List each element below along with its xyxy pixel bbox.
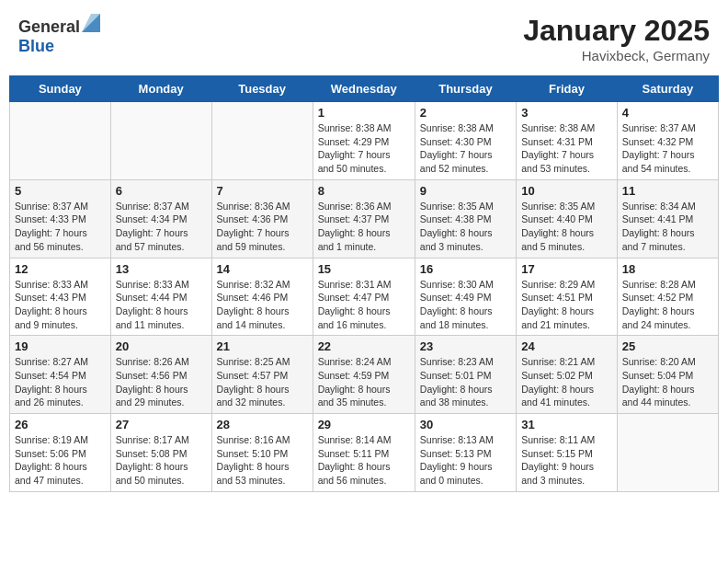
calendar-cell: 17Sunrise: 8:29 AM Sunset: 4:51 PM Dayli… [517, 258, 618, 336]
day-info: Sunrise: 8:24 AM Sunset: 4:59 PM Dayligh… [318, 355, 410, 409]
calendar-cell: 4Sunrise: 8:37 AM Sunset: 4:32 PM Daylig… [617, 102, 718, 180]
calendar-cell: 27Sunrise: 8:17 AM Sunset: 5:08 PM Dayli… [110, 414, 211, 492]
calendar-cell: 18Sunrise: 8:28 AM Sunset: 4:52 PM Dayli… [617, 258, 718, 336]
day-info: Sunrise: 8:25 AM Sunset: 4:57 PM Dayligh… [217, 355, 308, 409]
day-number: 22 [318, 339, 410, 353]
calendar-cell: 28Sunrise: 8:16 AM Sunset: 5:10 PM Dayli… [211, 414, 313, 492]
calendar-week-row: 12Sunrise: 8:33 AM Sunset: 4:43 PM Dayli… [10, 258, 719, 336]
calendar-header-row: SundayMondayTuesdayWednesdayThursdayFrid… [10, 76, 719, 102]
calendar-cell: 3Sunrise: 8:38 AM Sunset: 4:31 PM Daylig… [517, 102, 618, 180]
calendar-cell: 6Sunrise: 8:37 AM Sunset: 4:34 PM Daylig… [110, 179, 211, 258]
day-info: Sunrise: 8:37 AM Sunset: 4:33 PM Dayligh… [15, 200, 106, 254]
day-info: Sunrise: 8:37 AM Sunset: 4:32 PM Dayligh… [622, 121, 713, 176]
day-number: 23 [420, 339, 511, 353]
day-number: 7 [217, 184, 308, 198]
day-number: 9 [420, 184, 511, 198]
day-number: 29 [318, 418, 410, 431]
calendar-cell: 7Sunrise: 8:36 AM Sunset: 4:36 PM Daylig… [211, 179, 313, 258]
day-info: Sunrise: 8:23 AM Sunset: 5:01 PM Dayligh… [420, 355, 511, 409]
day-info: Sunrise: 8:26 AM Sunset: 4:56 PM Dayligh… [116, 355, 207, 409]
day-info: Sunrise: 8:34 AM Sunset: 4:41 PM Dayligh… [622, 200, 713, 254]
calendar-cell: 2Sunrise: 8:38 AM Sunset: 4:30 PM Daylig… [415, 102, 516, 180]
day-number: 12 [15, 262, 106, 276]
calendar-cell: 23Sunrise: 8:23 AM Sunset: 5:01 PM Dayli… [415, 336, 516, 414]
page-title: January 2025 [523, 14, 710, 48]
calendar-table: SundayMondayTuesdayWednesdayThursdayFrid… [9, 75, 719, 492]
day-number: 16 [420, 262, 511, 276]
logo-blue: Blue [18, 37, 54, 55]
day-number: 13 [116, 262, 207, 276]
day-info: Sunrise: 8:38 AM Sunset: 4:30 PM Dayligh… [420, 121, 511, 176]
calendar-cell: 16Sunrise: 8:30 AM Sunset: 4:49 PM Dayli… [415, 258, 516, 336]
day-info: Sunrise: 8:33 AM Sunset: 4:43 PM Dayligh… [15, 278, 106, 332]
day-info: Sunrise: 8:27 AM Sunset: 4:54 PM Dayligh… [15, 355, 106, 409]
day-number: 20 [116, 339, 207, 353]
day-number: 27 [116, 418, 207, 431]
day-info: Sunrise: 8:21 AM Sunset: 5:02 PM Dayligh… [521, 355, 612, 409]
logo-icon [82, 14, 100, 32]
day-of-week-header: Thursday [415, 76, 516, 102]
calendar-cell: 21Sunrise: 8:25 AM Sunset: 4:57 PM Dayli… [211, 336, 313, 414]
day-info: Sunrise: 8:11 AM Sunset: 5:15 PM Dayligh… [521, 433, 612, 488]
calendar-cell: 30Sunrise: 8:13 AM Sunset: 5:13 PM Dayli… [415, 414, 516, 492]
day-number: 21 [217, 339, 308, 353]
day-info: Sunrise: 8:29 AM Sunset: 4:51 PM Dayligh… [521, 278, 612, 332]
title-block: January 2025 Havixbeck, Germany [523, 14, 710, 63]
day-number: 10 [521, 184, 612, 198]
calendar-cell: 19Sunrise: 8:27 AM Sunset: 4:54 PM Dayli… [10, 336, 111, 414]
day-number: 17 [521, 262, 612, 276]
day-number: 15 [318, 262, 410, 276]
day-number: 2 [420, 106, 511, 120]
day-number: 25 [622, 339, 713, 353]
day-info: Sunrise: 8:31 AM Sunset: 4:47 PM Dayligh… [318, 278, 410, 332]
page-subtitle: Havixbeck, Germany [523, 48, 710, 63]
day-number: 26 [15, 418, 106, 431]
svg-marker-1 [82, 14, 100, 32]
day-of-week-header: Monday [110, 76, 211, 102]
day-info: Sunrise: 8:17 AM Sunset: 5:08 PM Dayligh… [116, 433, 207, 488]
calendar-cell: 10Sunrise: 8:35 AM Sunset: 4:40 PM Dayli… [517, 179, 618, 258]
calendar-cell: 9Sunrise: 8:35 AM Sunset: 4:38 PM Daylig… [415, 179, 516, 258]
calendar-cell: 8Sunrise: 8:36 AM Sunset: 4:37 PM Daylig… [313, 179, 415, 258]
day-info: Sunrise: 8:38 AM Sunset: 4:31 PM Dayligh… [521, 121, 612, 176]
day-number: 14 [217, 262, 308, 276]
day-number: 24 [521, 339, 612, 353]
calendar-body: 1Sunrise: 8:38 AM Sunset: 4:29 PM Daylig… [10, 102, 719, 492]
day-of-week-header: Tuesday [211, 76, 313, 102]
day-info: Sunrise: 8:32 AM Sunset: 4:46 PM Dayligh… [217, 278, 308, 332]
day-of-week-header: Friday [517, 76, 618, 102]
calendar-cell: 29Sunrise: 8:14 AM Sunset: 5:11 PM Dayli… [313, 414, 415, 492]
calendar-cell [617, 414, 718, 492]
day-info: Sunrise: 8:35 AM Sunset: 4:38 PM Dayligh… [420, 200, 511, 254]
day-info: Sunrise: 8:36 AM Sunset: 4:36 PM Dayligh… [217, 200, 308, 254]
day-number: 31 [521, 418, 612, 431]
logo: General Blue [18, 14, 100, 56]
day-info: Sunrise: 8:28 AM Sunset: 4:52 PM Dayligh… [622, 278, 713, 332]
calendar-week-row: 1Sunrise: 8:38 AM Sunset: 4:29 PM Daylig… [10, 102, 719, 180]
calendar-cell: 20Sunrise: 8:26 AM Sunset: 4:56 PM Dayli… [110, 336, 211, 414]
day-info: Sunrise: 8:36 AM Sunset: 4:37 PM Dayligh… [318, 200, 410, 254]
day-info: Sunrise: 8:19 AM Sunset: 5:06 PM Dayligh… [15, 433, 106, 488]
day-info: Sunrise: 8:33 AM Sunset: 4:44 PM Dayligh… [116, 278, 207, 332]
day-number: 19 [15, 339, 106, 353]
day-number: 5 [15, 184, 106, 198]
calendar-week-row: 26Sunrise: 8:19 AM Sunset: 5:06 PM Dayli… [10, 414, 719, 492]
calendar-cell [10, 102, 111, 180]
day-info: Sunrise: 8:37 AM Sunset: 4:34 PM Dayligh… [116, 200, 207, 254]
day-info: Sunrise: 8:20 AM Sunset: 5:04 PM Dayligh… [622, 355, 713, 409]
day-of-week-header: Saturday [617, 76, 718, 102]
day-info: Sunrise: 8:13 AM Sunset: 5:13 PM Dayligh… [420, 433, 511, 488]
day-of-week-header: Sunday [10, 76, 111, 102]
calendar-cell: 25Sunrise: 8:20 AM Sunset: 5:04 PM Dayli… [617, 336, 718, 414]
day-info: Sunrise: 8:35 AM Sunset: 4:40 PM Dayligh… [521, 200, 612, 254]
day-number: 8 [318, 184, 410, 198]
day-of-week-header: Wednesday [313, 76, 415, 102]
calendar-cell: 15Sunrise: 8:31 AM Sunset: 4:47 PM Dayli… [313, 258, 415, 336]
day-info: Sunrise: 8:14 AM Sunset: 5:11 PM Dayligh… [318, 433, 410, 488]
calendar-cell: 26Sunrise: 8:19 AM Sunset: 5:06 PM Dayli… [10, 414, 111, 492]
calendar-cell: 31Sunrise: 8:11 AM Sunset: 5:15 PM Dayli… [517, 414, 618, 492]
calendar-cell: 5Sunrise: 8:37 AM Sunset: 4:33 PM Daylig… [10, 179, 111, 258]
calendar-week-row: 19Sunrise: 8:27 AM Sunset: 4:54 PM Dayli… [10, 336, 719, 414]
day-info: Sunrise: 8:38 AM Sunset: 4:29 PM Dayligh… [318, 121, 410, 176]
day-info: Sunrise: 8:16 AM Sunset: 5:10 PM Dayligh… [217, 433, 308, 488]
